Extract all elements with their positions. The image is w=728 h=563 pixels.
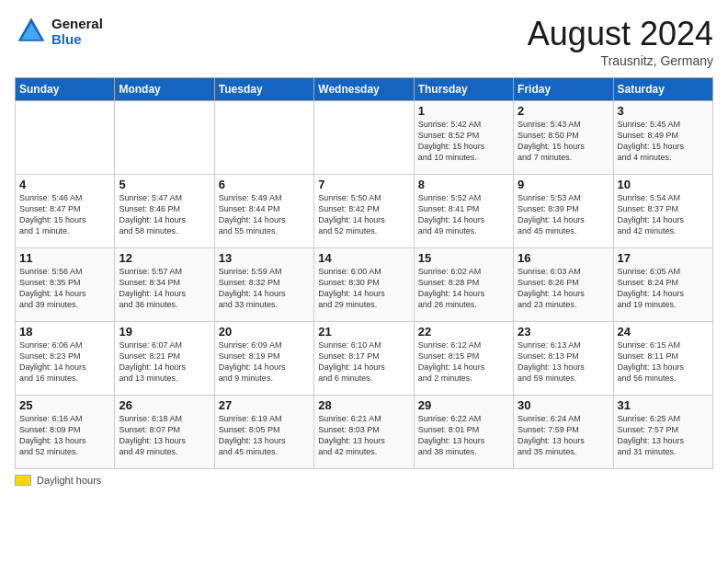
calendar-cell: 29Sunrise: 6:22 AM Sunset: 8:01 PM Dayli… xyxy=(414,396,513,469)
calendar-cell: 5Sunrise: 5:47 AM Sunset: 8:46 PM Daylig… xyxy=(115,175,214,248)
calendar-cell xyxy=(115,101,214,175)
footer: Daylight hours xyxy=(15,475,713,486)
day-number: 3 xyxy=(618,104,709,118)
calendar-cell: 19Sunrise: 6:07 AM Sunset: 8:21 PM Dayli… xyxy=(115,322,214,396)
calendar-cell: 4Sunrise: 5:46 AM Sunset: 8:47 PM Daylig… xyxy=(16,175,115,248)
day-info: Sunrise: 5:50 AM Sunset: 8:42 PM Dayligh… xyxy=(318,192,409,237)
day-info: Sunrise: 6:19 AM Sunset: 8:05 PM Dayligh… xyxy=(219,413,310,458)
day-info: Sunrise: 6:13 AM Sunset: 8:13 PM Dayligh… xyxy=(518,339,609,385)
day-number: 13 xyxy=(219,251,310,265)
week-row-1: 1Sunrise: 5:42 AM Sunset: 8:52 PM Daylig… xyxy=(16,101,713,175)
day-number: 17 xyxy=(618,251,709,265)
calendar-cell: 21Sunrise: 6:10 AM Sunset: 8:17 PM Dayli… xyxy=(314,322,414,396)
day-info: Sunrise: 6:02 AM Sunset: 8:28 PM Dayligh… xyxy=(418,266,509,311)
calendar-cell: 26Sunrise: 6:18 AM Sunset: 8:07 PM Dayli… xyxy=(115,396,214,469)
day-number: 19 xyxy=(119,325,210,339)
day-number: 21 xyxy=(318,325,409,339)
calendar-cell: 17Sunrise: 6:05 AM Sunset: 8:24 PM Dayli… xyxy=(613,248,712,322)
day-info: Sunrise: 5:43 AM Sunset: 8:50 PM Dayligh… xyxy=(518,119,609,164)
day-info: Sunrise: 6:12 AM Sunset: 8:15 PM Dayligh… xyxy=(418,339,509,385)
day-info: Sunrise: 6:06 AM Sunset: 8:23 PM Dayligh… xyxy=(19,339,110,385)
day-number: 8 xyxy=(418,178,509,191)
calendar-cell: 11Sunrise: 5:56 AM Sunset: 8:35 PM Dayli… xyxy=(16,248,115,322)
day-number: 23 xyxy=(518,325,609,339)
logo: General Blue xyxy=(15,15,103,48)
calendar-cell: 2Sunrise: 5:43 AM Sunset: 8:50 PM Daylig… xyxy=(514,101,613,175)
day-number: 7 xyxy=(318,178,409,191)
week-row-4: 18Sunrise: 6:06 AM Sunset: 8:23 PM Dayli… xyxy=(16,322,713,396)
daylight-label: Daylight hours xyxy=(37,475,101,486)
day-info: Sunrise: 6:24 AM Sunset: 7:59 PM Dayligh… xyxy=(518,413,609,458)
day-number: 2 xyxy=(518,104,609,118)
day-number: 24 xyxy=(618,325,709,339)
day-number: 26 xyxy=(119,398,210,412)
calendar-cell: 27Sunrise: 6:19 AM Sunset: 8:05 PM Dayli… xyxy=(214,396,313,469)
day-number: 16 xyxy=(518,251,609,265)
day-info: Sunrise: 6:15 AM Sunset: 8:11 PM Dayligh… xyxy=(618,339,709,385)
day-info: Sunrise: 5:47 AM Sunset: 8:46 PM Dayligh… xyxy=(119,192,210,237)
day-info: Sunrise: 5:53 AM Sunset: 8:39 PM Dayligh… xyxy=(518,192,609,237)
title-block: August 2024 Trausnitz, Germany xyxy=(528,15,713,68)
day-info: Sunrise: 6:16 AM Sunset: 8:09 PM Dayligh… xyxy=(19,413,110,458)
weekday-header-thursday: Thursday xyxy=(414,78,513,101)
day-info: Sunrise: 6:21 AM Sunset: 8:03 PM Dayligh… xyxy=(318,413,409,458)
day-number: 29 xyxy=(418,398,509,412)
day-number: 6 xyxy=(219,178,310,191)
calendar-cell: 25Sunrise: 6:16 AM Sunset: 8:09 PM Dayli… xyxy=(16,396,115,469)
calendar-cell: 8Sunrise: 5:52 AM Sunset: 8:41 PM Daylig… xyxy=(414,175,513,248)
calendar-cell: 24Sunrise: 6:15 AM Sunset: 8:11 PM Dayli… xyxy=(613,322,712,396)
calendar-cell: 13Sunrise: 5:59 AM Sunset: 8:32 PM Dayli… xyxy=(214,248,313,322)
calendar-cell: 28Sunrise: 6:21 AM Sunset: 8:03 PM Dayli… xyxy=(314,396,414,469)
day-info: Sunrise: 6:10 AM Sunset: 8:17 PM Dayligh… xyxy=(318,339,409,385)
day-number: 9 xyxy=(518,178,609,191)
day-number: 5 xyxy=(119,178,210,191)
day-info: Sunrise: 5:54 AM Sunset: 8:37 PM Dayligh… xyxy=(618,192,709,237)
day-info: Sunrise: 5:59 AM Sunset: 8:32 PM Dayligh… xyxy=(219,266,310,311)
calendar-cell: 30Sunrise: 6:24 AM Sunset: 7:59 PM Dayli… xyxy=(514,396,613,469)
day-number: 30 xyxy=(518,398,609,412)
day-info: Sunrise: 6:09 AM Sunset: 8:19 PM Dayligh… xyxy=(219,339,310,385)
weekday-header-saturday: Saturday xyxy=(613,78,712,101)
calendar-cell: 10Sunrise: 5:54 AM Sunset: 8:37 PM Dayli… xyxy=(613,175,712,248)
calendar-cell: 3Sunrise: 5:45 AM Sunset: 8:49 PM Daylig… xyxy=(613,101,712,175)
day-number: 11 xyxy=(19,251,110,265)
day-info: Sunrise: 5:56 AM Sunset: 8:35 PM Dayligh… xyxy=(19,266,110,311)
day-number: 27 xyxy=(219,398,310,412)
day-number: 31 xyxy=(618,398,709,412)
location: Trausnitz, Germany xyxy=(528,53,713,68)
calendar-cell: 18Sunrise: 6:06 AM Sunset: 8:23 PM Dayli… xyxy=(16,322,115,396)
calendar-cell: 31Sunrise: 6:25 AM Sunset: 7:57 PM Dayli… xyxy=(613,396,712,469)
day-info: Sunrise: 6:03 AM Sunset: 8:26 PM Dayligh… xyxy=(518,266,609,311)
day-number: 1 xyxy=(418,104,509,118)
calendar-cell: 23Sunrise: 6:13 AM Sunset: 8:13 PM Dayli… xyxy=(514,322,613,396)
weekday-header-friday: Friday xyxy=(514,78,613,101)
day-info: Sunrise: 6:07 AM Sunset: 8:21 PM Dayligh… xyxy=(119,339,210,385)
day-info: Sunrise: 5:52 AM Sunset: 8:41 PM Dayligh… xyxy=(418,192,509,237)
daylight-bar-icon xyxy=(15,475,31,486)
day-number: 14 xyxy=(318,251,409,265)
day-info: Sunrise: 6:18 AM Sunset: 8:07 PM Dayligh… xyxy=(119,413,210,458)
calendar-cell: 16Sunrise: 6:03 AM Sunset: 8:26 PM Dayli… xyxy=(514,248,613,322)
day-number: 28 xyxy=(318,398,409,412)
day-info: Sunrise: 5:49 AM Sunset: 8:44 PM Dayligh… xyxy=(219,192,310,237)
day-info: Sunrise: 6:22 AM Sunset: 8:01 PM Dayligh… xyxy=(418,413,509,458)
calendar-cell: 14Sunrise: 6:00 AM Sunset: 8:30 PM Dayli… xyxy=(314,248,414,322)
weekday-header-row: SundayMondayTuesdayWednesdayThursdayFrid… xyxy=(16,78,713,101)
week-row-2: 4Sunrise: 5:46 AM Sunset: 8:47 PM Daylig… xyxy=(16,175,713,248)
weekday-header-tuesday: Tuesday xyxy=(214,78,313,101)
calendar-cell: 22Sunrise: 6:12 AM Sunset: 8:15 PM Dayli… xyxy=(414,322,513,396)
day-number: 20 xyxy=(219,325,310,339)
calendar-table: SundayMondayTuesdayWednesdayThursdayFrid… xyxy=(15,77,713,469)
weekday-header-wednesday: Wednesday xyxy=(314,78,414,101)
day-info: Sunrise: 6:00 AM Sunset: 8:30 PM Dayligh… xyxy=(318,266,409,311)
calendar-cell: 12Sunrise: 5:57 AM Sunset: 8:34 PM Dayli… xyxy=(115,248,214,322)
day-number: 4 xyxy=(19,178,110,191)
day-info: Sunrise: 6:05 AM Sunset: 8:24 PM Dayligh… xyxy=(618,266,709,311)
calendar-cell: 15Sunrise: 6:02 AM Sunset: 8:28 PM Dayli… xyxy=(414,248,513,322)
calendar-cell: 20Sunrise: 6:09 AM Sunset: 8:19 PM Dayli… xyxy=(214,322,313,396)
page: General Blue August 2024 Trausnitz, Germ… xyxy=(0,0,728,493)
day-number: 15 xyxy=(418,251,509,265)
week-row-3: 11Sunrise: 5:56 AM Sunset: 8:35 PM Dayli… xyxy=(16,248,713,322)
calendar-cell xyxy=(214,101,313,175)
header: General Blue August 2024 Trausnitz, Germ… xyxy=(15,15,713,68)
